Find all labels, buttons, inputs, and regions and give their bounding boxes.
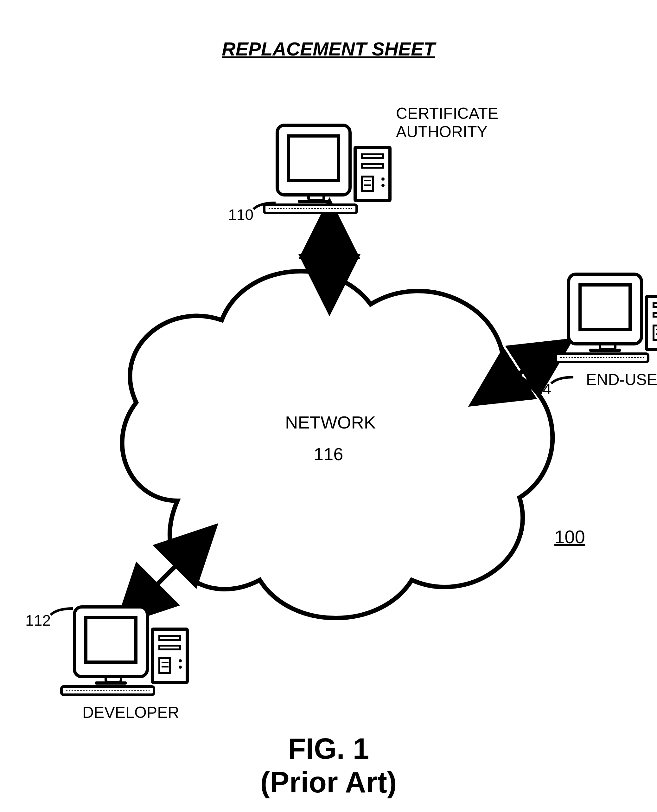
monitor-icon (567, 273, 643, 346)
computer-end-user (567, 273, 657, 368)
tower-icon (353, 146, 392, 202)
ref-developer: 112 (25, 612, 51, 629)
figure-number: FIG. 1 (0, 732, 657, 766)
keyboard-icon (60, 685, 155, 696)
computer-developer (73, 605, 193, 700)
screen-icon (287, 134, 340, 182)
monitor-stand-icon (589, 345, 621, 352)
tower-icon (151, 628, 189, 684)
diagram-reference: 100 (554, 526, 585, 547)
figure-subtitle: (Prior Art) (0, 766, 657, 800)
page-header: REPLACEMENT SHEET (0, 38, 657, 60)
computer-certificate-authority (276, 124, 396, 219)
leader-dev (51, 608, 73, 615)
leader-user (551, 377, 573, 383)
screen-icon (84, 616, 137, 664)
label-certificate-authority: CERTIFICATE AUTHORITY (396, 104, 498, 141)
ref-ca: 110 (228, 206, 254, 223)
label-network: NETWORK (285, 412, 367, 433)
monitor-stand-icon (95, 678, 127, 684)
diagram-stage: REPLACEMENT SHEET (0, 0, 657, 812)
arrow-developer-network (136, 545, 196, 605)
screen-icon (578, 283, 632, 331)
ref-network: 116 (314, 444, 343, 464)
monitor-icon (276, 124, 352, 196)
keyboard-icon (554, 352, 649, 363)
figure-caption: FIG. 1 (Prior Art) (0, 732, 657, 800)
ref-end-user: 114 (526, 380, 551, 398)
keyboard-icon (263, 204, 358, 214)
monitor-icon (73, 605, 149, 678)
tower-icon (645, 295, 657, 351)
label-end-user: END-USER (586, 371, 657, 389)
label-developer: DEVELOPER (83, 704, 179, 722)
monitor-stand-icon (298, 196, 330, 203)
